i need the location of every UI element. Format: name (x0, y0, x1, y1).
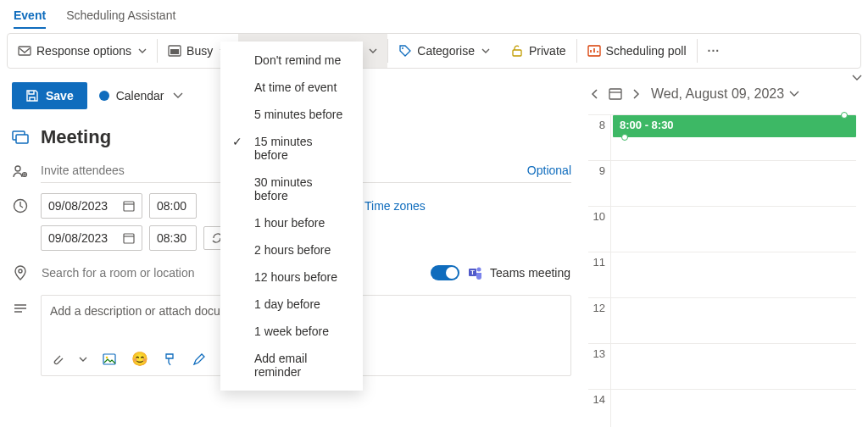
start-date-input[interactable]: 09/08/2023 (41, 193, 142, 219)
teams-meeting-toggle[interactable] (431, 265, 459, 280)
hour-label: 11 (588, 252, 610, 297)
hour-label: 8 (588, 115, 610, 160)
response-icon (18, 44, 31, 58)
categorise-button[interactable]: Categorise (388, 34, 500, 68)
hour-cell[interactable] (610, 344, 856, 389)
svg-point-19 (106, 356, 108, 358)
start-time-input[interactable]: 08:00 (149, 193, 197, 219)
hour-row: 11 (588, 252, 856, 298)
response-options-button[interactable]: Response options (8, 34, 157, 68)
chevron-down-icon (481, 47, 490, 55)
calendar-color-dot (99, 91, 109, 101)
prev-day-button[interactable] (588, 87, 602, 101)
calendar-icon (123, 232, 135, 244)
event-toolbar: Response options Busy 15 minutes before … (7, 33, 861, 69)
hour-cell[interactable] (610, 207, 856, 252)
hour-cell[interactable] (610, 298, 856, 343)
next-day-button[interactable] (629, 87, 643, 101)
hour-row: 9 (588, 161, 856, 207)
resize-handle-bottom[interactable] (621, 134, 628, 141)
attach-icon[interactable] (50, 352, 64, 366)
today-button[interactable] (607, 86, 624, 103)
hour-row: 12 (588, 298, 856, 344)
start-time-value: 08:00 (157, 199, 186, 213)
svg-rect-5 (513, 50, 521, 56)
collapse-toolbar-button[interactable] (852, 73, 862, 83)
description-icon (12, 295, 29, 317)
scheduling-poll-button[interactable]: Scheduling poll (577, 34, 697, 68)
people-icon (12, 164, 29, 179)
reminder-option[interactable]: 1 day before (220, 291, 363, 318)
time-zones-link[interactable]: Time zones (364, 199, 426, 213)
hour-label: 13 (588, 344, 610, 389)
end-date-value: 09/08/2023 (48, 231, 108, 245)
resize-handle-top[interactable] (841, 112, 848, 119)
calendar-icon (123, 200, 135, 212)
svg-point-14 (19, 269, 22, 273)
calendar-picker[interactable]: Calendar (99, 89, 183, 103)
reminder-option[interactable]: 2 hours before (220, 236, 363, 263)
teams-icon: T (468, 265, 483, 280)
hour-label: 10 (588, 207, 610, 252)
chevron-down-icon (852, 73, 862, 83)
svg-rect-18 (103, 354, 115, 364)
end-date-input[interactable]: 09/08/2023 (41, 225, 142, 251)
tab-scheduling-assistant[interactable]: Scheduling Assistant (66, 5, 175, 29)
hour-label: 9 (588, 161, 610, 206)
show-as-label: Busy (186, 44, 213, 58)
svg-point-9 (15, 166, 20, 171)
reminder-option[interactable]: Add email reminder (220, 345, 363, 385)
start-date-value: 09/08/2023 (48, 199, 108, 213)
ellipsis-icon: ··· (708, 44, 721, 58)
hour-cell[interactable] (610, 161, 856, 206)
reminder-option[interactable]: 5 minutes before (220, 101, 363, 128)
day-calendar-panel: Wed, August 09, 2023 88:00 - 8:309101112… (588, 82, 856, 427)
save-icon (25, 89, 39, 103)
chat-icon (12, 129, 29, 146)
optional-attendees-link[interactable]: Optional (527, 164, 571, 177)
teams-meeting-label: Teams meeting (490, 266, 570, 280)
svg-point-4 (402, 47, 403, 49)
reminder-option[interactable]: 1 week before (220, 318, 363, 345)
reminder-option[interactable]: 15 minutes before (220, 128, 363, 169)
scheduling-poll-label: Scheduling poll (606, 44, 687, 58)
calendar-event-block[interactable]: 8:00 - 8:30 (613, 115, 856, 137)
image-icon[interactable] (103, 352, 116, 366)
more-actions-button[interactable]: ··· (698, 34, 731, 68)
day-grid: 88:00 - 8:3091011121314 (588, 114, 856, 427)
hour-cell[interactable] (610, 252, 856, 297)
end-time-value: 08:30 (157, 231, 186, 245)
tab-event[interactable]: Event (14, 5, 46, 29)
clock-icon (12, 193, 29, 214)
reminder-option[interactable]: 30 minutes before (220, 169, 363, 209)
categorise-label: Categorise (417, 44, 475, 58)
chevron-right-icon (631, 89, 641, 99)
reminder-option[interactable]: 1 hour before (220, 209, 363, 236)
poll-icon (587, 44, 601, 58)
pen-icon[interactable] (192, 352, 206, 366)
event-tabs: Event Scheduling Assistant (0, 0, 868, 30)
format-painter-icon[interactable] (164, 352, 177, 366)
emoji-icon[interactable]: 😊 (131, 351, 148, 367)
hour-cell[interactable]: 8:00 - 8:30 (610, 115, 856, 160)
save-button[interactable]: Save (12, 82, 87, 109)
unlock-icon (510, 44, 524, 58)
reminder-option[interactable]: At time of event (220, 74, 363, 101)
svg-rect-12 (124, 202, 134, 211)
displayed-date-picker[interactable]: Wed, August 09, 2023 (651, 86, 799, 102)
hour-cell[interactable] (610, 390, 856, 427)
chevron-down-icon (369, 47, 377, 55)
end-time-input[interactable]: 08:30 (149, 225, 197, 251)
private-button[interactable]: Private (500, 34, 576, 68)
attach-chevron-icon[interactable] (79, 355, 87, 363)
hour-label: 14 (588, 390, 610, 427)
reminder-option[interactable]: Don't remind me (220, 47, 363, 74)
location-icon (12, 265, 29, 280)
hour-row: 13 (588, 344, 856, 390)
svg-rect-8 (16, 135, 28, 143)
response-options-label: Response options (36, 44, 131, 58)
svg-text:T: T (470, 269, 475, 276)
svg-rect-0 (19, 47, 31, 55)
reminder-option[interactable]: 12 hours before (220, 263, 363, 291)
reminder-dropdown: Don't remind meAt time of event5 minutes… (220, 42, 363, 391)
